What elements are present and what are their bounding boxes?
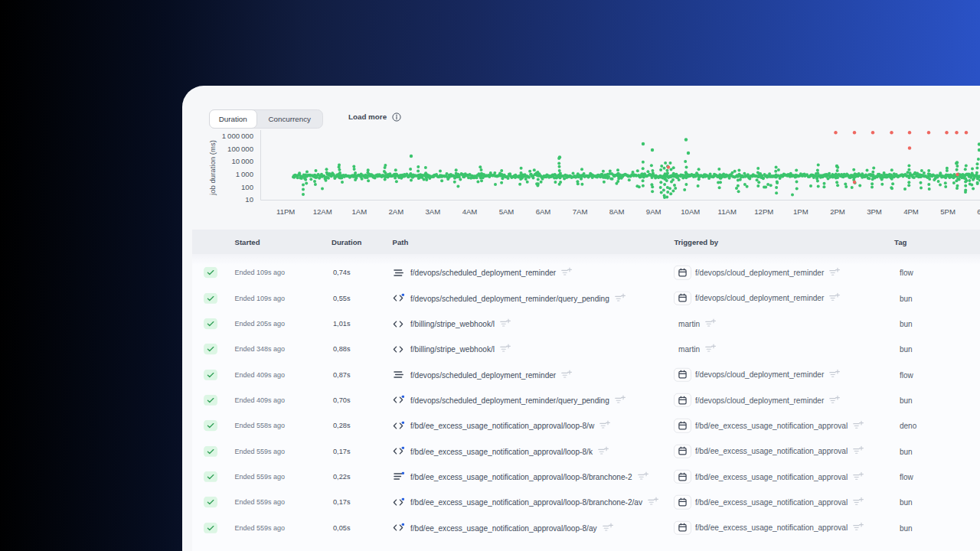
svg-text:6PM: 6PM: [977, 207, 980, 216]
svg-text:12AM: 12AM: [313, 207, 332, 216]
svg-text:8AM: 8AM: [609, 207, 625, 216]
svg-text:1 000 000: 1 000 000: [222, 132, 253, 140]
svg-text:7AM: 7AM: [573, 207, 588, 216]
svg-text:5PM: 5PM: [940, 207, 956, 216]
svg-text:5AM: 5AM: [499, 207, 514, 216]
svg-text:job duration (ms): job duration (ms): [208, 140, 217, 196]
svg-text:100: 100: [241, 183, 253, 191]
svg-text:11PM: 11PM: [276, 207, 295, 216]
svg-text:2PM: 2PM: [830, 207, 845, 216]
svg-text:10 000: 10 000: [231, 157, 253, 165]
svg-text:1 000: 1 000: [236, 170, 253, 178]
svg-text:11AM: 11AM: [718, 207, 737, 216]
svg-text:2AM: 2AM: [388, 207, 403, 216]
svg-text:4PM: 4PM: [903, 207, 919, 216]
svg-text:1AM: 1AM: [351, 207, 367, 216]
svg-text:3PM: 3PM: [867, 207, 882, 216]
svg-text:4AM: 4AM: [462, 207, 478, 216]
svg-text:100 000: 100 000: [227, 145, 253, 153]
svg-text:9AM: 9AM: [646, 207, 662, 216]
svg-text:3AM: 3AM: [426, 207, 441, 216]
svg-text:10AM: 10AM: [681, 207, 700, 216]
svg-text:1PM: 1PM: [793, 207, 808, 216]
svg-text:10: 10: [245, 195, 253, 204]
svg-text:6AM: 6AM: [536, 207, 551, 216]
svg-text:12PM: 12PM: [754, 207, 773, 216]
